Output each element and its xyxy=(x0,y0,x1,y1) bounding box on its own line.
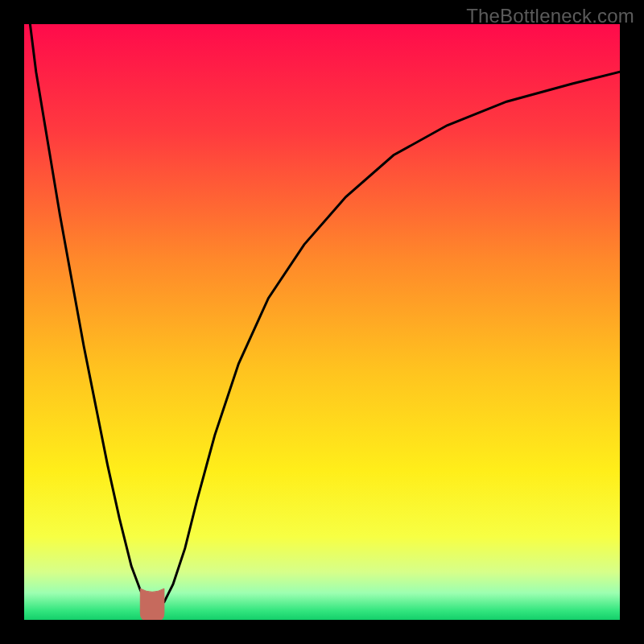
outer-frame: TheBottleneck.com xyxy=(0,0,644,644)
bottom-marker-shape xyxy=(140,588,164,620)
left-branch-path xyxy=(30,24,146,602)
plot-area xyxy=(24,24,620,620)
watermark-text: TheBottleneck.com xyxy=(466,5,634,27)
curve-layer xyxy=(24,24,620,620)
right-branch-path xyxy=(164,72,620,602)
